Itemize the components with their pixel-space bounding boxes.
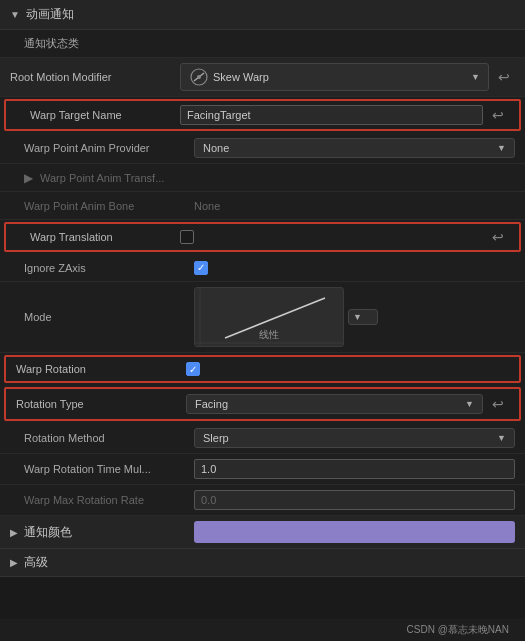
notify-color-swatch[interactable]: [194, 521, 515, 543]
warp-rotation-checkbox-wrap: ✓: [186, 362, 509, 376]
mode-dropdown-btn[interactable]: ▼: [348, 309, 378, 325]
skew-warp-label: Skew Warp: [213, 71, 269, 83]
footer-row: CSDN @慕志未晚NAN: [0, 619, 525, 641]
notify-color-arrow: ▶: [10, 527, 18, 538]
warp-point-anim-provider-row: Warp Point Anim Provider None ▼: [0, 133, 525, 164]
warp-target-name-label: Warp Target Name: [30, 109, 180, 121]
warp-point-anim-provider-value: None ▼: [194, 138, 515, 158]
advanced-header[interactable]: ▶ 高级: [0, 549, 525, 577]
warp-target-name-input[interactable]: [180, 105, 483, 125]
mode-dropdown-arrow: ▼: [353, 312, 362, 322]
curve-preview[interactable]: 线性: [194, 287, 344, 347]
rotation-type-dropdown[interactable]: Facing ▼: [186, 394, 483, 414]
warp-rotation-time-mul-label: Warp Rotation Time Mul...: [24, 463, 194, 475]
skew-warp-dropdown[interactable]: Skew Warp ▼: [180, 63, 489, 91]
anim-notify-label: 动画通知: [26, 6, 74, 23]
warp-max-rotation-rate-label: Warp Max Rotation Rate: [24, 494, 194, 506]
warp-max-rotation-rate-input[interactable]: [194, 490, 515, 510]
advanced-label: 高级: [24, 554, 48, 571]
notify-state-class-label: 通知状态类: [24, 36, 194, 51]
warp-point-anim-bone-row: Warp Point Anim Bone None: [0, 192, 525, 220]
mode-value-wrap: 线性 ▼: [194, 287, 515, 347]
rotation-method-arrow: ▼: [497, 433, 506, 443]
skew-warp-arrow: ▼: [471, 72, 480, 82]
warp-translation-row: Warp Translation ↩: [4, 222, 521, 252]
warp-target-name-row: Warp Target Name ↩: [4, 99, 521, 131]
warp-point-anim-provider-selected: None: [203, 142, 229, 154]
ignore-zaxis-checkbox-wrap: ✓: [194, 261, 515, 275]
warp-rotation-checkbox-area[interactable]: ✓: [186, 362, 509, 376]
warp-target-reset-btn[interactable]: ↩: [487, 107, 509, 123]
main-panel: ▼ 动画通知 通知状态类 Root Motion Modifier Skew: [0, 0, 525, 641]
curve-label: 线性: [259, 328, 279, 342]
spacer: [0, 577, 525, 619]
notify-color-label: 通知颜色: [24, 524, 184, 541]
warp-rotation-label: Warp Rotation: [16, 363, 186, 375]
warp-translation-label: Warp Translation: [30, 231, 180, 243]
rotation-method-value: Slerp ▼: [194, 428, 515, 448]
warp-target-name-value-wrap: [180, 105, 483, 125]
skew-warp-icon: [189, 67, 209, 87]
warp-point-anim-bone-value: None: [194, 200, 515, 212]
mode-label: Mode: [24, 311, 194, 323]
svg-point-1: [197, 75, 201, 79]
warp-max-rotation-rate-value: [194, 490, 515, 510]
rotation-type-value-wrap: Facing ▼: [186, 394, 483, 414]
root-motion-modifier-label: Root Motion Modifier: [10, 71, 180, 83]
warp-translation-checkbox-wrap: [180, 230, 483, 244]
warp-point-anim-bone-label: Warp Point Anim Bone: [24, 200, 194, 212]
rotation-method-dropdown[interactable]: Slerp ▼: [194, 428, 515, 448]
root-motion-reset-btn[interactable]: ↩: [493, 69, 515, 85]
rotation-type-reset-btn[interactable]: ↩: [487, 396, 509, 412]
ignore-zaxis-checkbox[interactable]: ✓: [194, 261, 208, 275]
warp-translation-checkbox[interactable]: [180, 230, 194, 244]
rotation-method-selected: Slerp: [203, 432, 229, 444]
warp-point-anim-provider-dropdown[interactable]: None ▼: [194, 138, 515, 158]
anim-notify-header[interactable]: ▼ 动画通知: [0, 0, 525, 30]
warp-point-anim-provider-arrow: ▼: [497, 143, 506, 153]
root-motion-modifier-row: Root Motion Modifier Skew Warp ▼ ↩: [0, 58, 525, 97]
warp-point-anim-provider-label: Warp Point Anim Provider: [24, 142, 194, 154]
notify-color-swatch-wrap: [184, 521, 515, 543]
warp-max-rotation-rate-row: Warp Max Rotation Rate: [0, 485, 525, 516]
warp-translation-checkbox-area[interactable]: [180, 230, 483, 244]
warp-point-anim-transf-row: ▶ Warp Point Anim Transf...: [0, 164, 525, 192]
root-motion-modifier-value: Skew Warp ▼: [180, 63, 489, 91]
anim-notify-arrow: ▼: [10, 9, 20, 20]
ignore-zaxis-row: Ignore ZAxis ✓: [0, 254, 525, 282]
ignore-zaxis-label: Ignore ZAxis: [24, 262, 194, 274]
warp-point-anim-transf-label: Warp Point Anim Transf...: [40, 172, 515, 184]
rotation-type-arrow: ▼: [465, 399, 474, 409]
warp-translation-reset-btn[interactable]: ↩: [487, 229, 509, 245]
warp-rotation-time-mul-input[interactable]: [194, 459, 515, 479]
rotation-type-row: Rotation Type Facing ▼ ↩: [4, 387, 521, 421]
warp-rotation-row: Warp Rotation ✓: [4, 355, 521, 383]
rotation-method-row: Rotation Method Slerp ▼: [0, 423, 525, 454]
warp-rotation-time-mul-row: Warp Rotation Time Mul...: [0, 454, 525, 485]
warp-rotation-checkbox[interactable]: ✓: [186, 362, 200, 376]
rotation-type-selected: Facing: [195, 398, 228, 410]
rotation-type-label: Rotation Type: [16, 398, 186, 410]
advanced-arrow: ▶: [10, 557, 18, 568]
warp-rotation-time-mul-value: [194, 459, 515, 479]
notify-state-class-row: 通知状态类: [0, 30, 525, 58]
mode-row: Mode 线性 ▼: [0, 282, 525, 353]
notify-color-header[interactable]: ▶ 通知颜色: [0, 516, 525, 549]
rotation-method-label: Rotation Method: [24, 432, 194, 444]
watermark-text: CSDN @慕志未晚NAN: [407, 623, 509, 637]
warp-point-transf-arrow: ▶: [24, 171, 36, 185]
